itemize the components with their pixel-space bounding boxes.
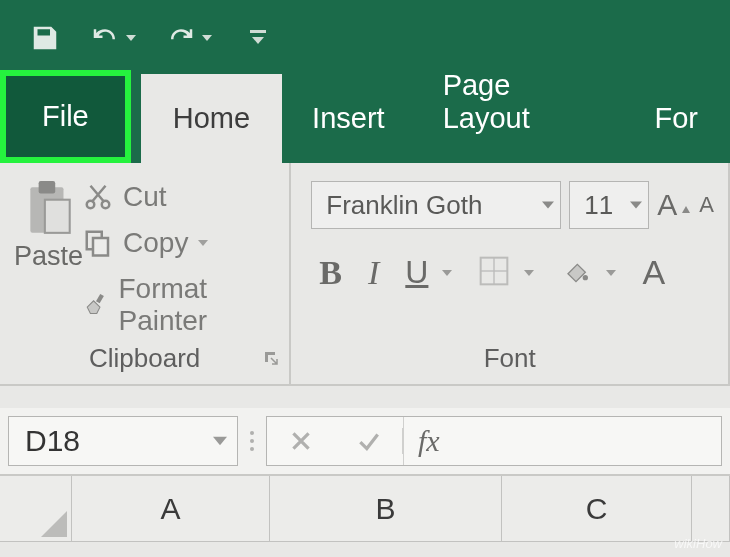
column-header-b[interactable]: B: [270, 476, 502, 542]
column-header-c[interactable]: C: [502, 476, 692, 542]
spacer: [0, 386, 730, 408]
cut-label: Cut: [123, 181, 167, 213]
column-header-d[interactable]: [692, 476, 730, 542]
group-clipboard: Paste Cut Copy Format Painter Clipboard: [0, 163, 291, 384]
font-size-combo[interactable]: 11: [569, 181, 649, 229]
font-color-button[interactable]: A: [642, 253, 665, 292]
name-box-value: D18: [25, 424, 80, 458]
formula-bar: fx: [266, 416, 722, 466]
save-icon[interactable]: [30, 23, 60, 53]
font-size-value: 11: [584, 190, 613, 221]
group-font: Franklin Goth 11 A A B I U: [291, 163, 730, 384]
decrease-font-icon[interactable]: A: [699, 192, 714, 218]
tab-insert[interactable]: Insert: [282, 74, 415, 163]
increase-font-icon[interactable]: A: [657, 188, 691, 222]
column-header-a[interactable]: A: [72, 476, 270, 542]
bold-button[interactable]: B: [319, 254, 342, 292]
clipboard-dialog-launcher[interactable]: [263, 350, 279, 370]
paste-label: Paste: [14, 241, 83, 272]
copy-label: Copy: [123, 227, 188, 259]
enter-formula-icon[interactable]: [335, 428, 403, 454]
select-all-corner[interactable]: [0, 476, 72, 542]
fill-color-button[interactable]: [560, 255, 592, 291]
borders-button[interactable]: [478, 255, 510, 291]
insert-function-button[interactable]: fx: [403, 417, 440, 465]
svg-rect-3: [44, 200, 69, 233]
format-painter-label: Format Painter: [118, 273, 275, 337]
customize-qat-icon[interactable]: [250, 29, 266, 47]
svg-rect-7: [93, 238, 108, 256]
redo-icon[interactable]: [164, 23, 212, 53]
underline-button[interactable]: U: [405, 254, 428, 291]
font-group-label: Font: [291, 343, 728, 374]
svg-rect-2: [38, 181, 55, 193]
tab-formulas[interactable]: For: [623, 74, 731, 163]
format-painter-button[interactable]: Format Painter: [83, 273, 275, 337]
tab-home[interactable]: Home: [141, 74, 282, 163]
font-name-value: Franklin Goth: [326, 190, 482, 221]
resize-grip-icon[interactable]: [250, 431, 254, 451]
ribbon: Paste Cut Copy Format Painter Clipboard: [0, 163, 730, 386]
cancel-formula-icon[interactable]: [267, 428, 335, 454]
copy-button[interactable]: Copy: [83, 227, 275, 259]
formula-bar-row: D18 fx: [0, 408, 730, 476]
undo-icon[interactable]: [88, 23, 136, 53]
clipboard-group-label: Clipboard: [0, 343, 289, 374]
watermark: wikiHow: [674, 536, 722, 551]
name-box[interactable]: D18: [8, 416, 238, 466]
tab-page-layout[interactable]: Page Layout: [415, 41, 623, 163]
font-name-combo[interactable]: Franklin Goth: [311, 181, 561, 229]
cut-button[interactable]: Cut: [83, 181, 275, 213]
svg-rect-0: [250, 30, 266, 33]
ribbon-tabs: File Home Insert Page Layout For: [0, 75, 730, 163]
svg-point-12: [583, 275, 588, 280]
svg-rect-8: [96, 294, 104, 303]
column-headers: A B C: [0, 476, 730, 542]
italic-button[interactable]: I: [368, 254, 379, 292]
tab-file[interactable]: File: [0, 70, 131, 163]
